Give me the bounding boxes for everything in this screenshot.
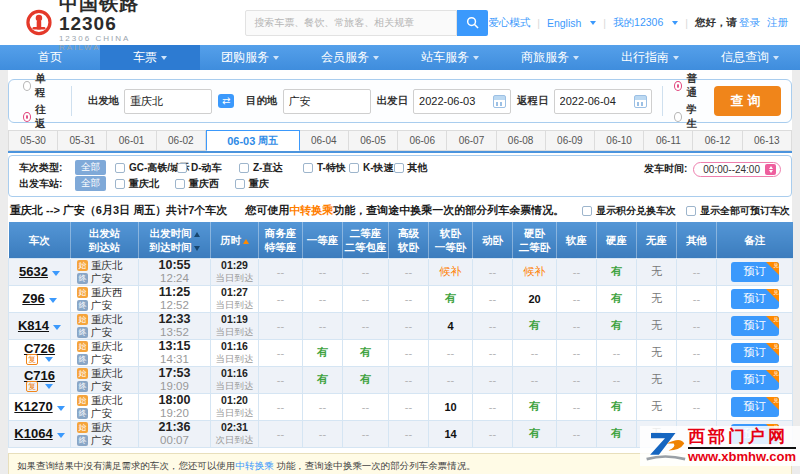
filter-type-T-特快[interactable]: T-特快 (303, 161, 349, 175)
train-type-all-badge[interactable]: 全部 (75, 160, 106, 175)
book-button-label: 预订 (744, 373, 766, 385)
transfer-link[interactable]: 中转换乘 (289, 204, 333, 216)
care-mode-link[interactable]: 爱心模式 (488, 16, 530, 30)
chevron-down-icon[interactable] (57, 406, 65, 411)
filter-station-重庆北[interactable]: 重庆北 (115, 177, 175, 191)
train-number-link[interactable]: Z96 (22, 291, 44, 306)
book-button[interactable]: 兑预订 (731, 262, 779, 282)
date-tab-06-04[interactable]: 06-04 (300, 130, 349, 151)
display-option-显示积分兑换车次[interactable]: 显示积分兑换车次 (582, 204, 676, 218)
date-tab-06-10[interactable]: 06-10 (595, 130, 644, 151)
column-header-硬座[interactable]: 硬座 (597, 222, 637, 258)
date-tab-06-13[interactable]: 06-13 (743, 130, 792, 151)
column-header-软座[interactable]: 软座 (557, 222, 597, 258)
table-row-5632: 5632始重庆北终广安10:5512:2401:29当日到达--------候补… (9, 258, 793, 285)
date-tab-06-05[interactable]: 06-05 (349, 130, 398, 151)
column-header-硬卧[interactable]: 硬卧二等卧 (513, 222, 557, 258)
trip-round-radio[interactable]: 往返 (23, 103, 51, 131)
book-button[interactable]: 兑预订 (731, 343, 779, 363)
book-button[interactable]: 兑预订 (731, 289, 779, 309)
chevron-down-icon[interactable] (49, 298, 57, 303)
column-header-高级[interactable]: 高级软卧 (389, 222, 429, 258)
column-header-一等座[interactable]: 一等座 (303, 222, 343, 258)
search-input[interactable] (245, 10, 457, 36)
from-station-input[interactable] (124, 89, 212, 114)
nav-item-商旅服务[interactable]: 商旅服务 (500, 45, 600, 70)
column-header-备注[interactable]: 备注 (717, 222, 793, 258)
train-number-link[interactable]: K814 (18, 318, 49, 333)
nav-item-会员服务[interactable]: 会员服务 (300, 45, 400, 70)
book-button[interactable]: 兑预订 (731, 316, 779, 336)
chevron-down-icon[interactable] (45, 384, 53, 389)
date-tab-06-07[interactable]: 06-07 (447, 130, 496, 151)
nav-item-站车服务[interactable]: 站车服务 (400, 45, 500, 70)
train-number-link[interactable]: K1270 (14, 399, 52, 414)
book-button[interactable]: 兑预订 (731, 370, 779, 390)
chevron-down-icon[interactable] (57, 433, 65, 438)
transfer-link-note[interactable]: 中转换乘 (236, 460, 274, 471)
watermark: 西部门户网 www.xbmhw.com (640, 426, 800, 466)
date-tab-06-06[interactable]: 06-06 (398, 130, 447, 151)
calendar-icon[interactable] (634, 95, 647, 108)
column-header-历时[interactable]: 历时 (211, 222, 259, 258)
column-header-出发时间[interactable]: 出发时间到达时间 (139, 222, 211, 258)
book-button[interactable]: 兑预订 (731, 397, 779, 417)
column-header-出发站[interactable]: 出发站到达站 (71, 222, 139, 258)
nav-item-车票[interactable]: 车票 (100, 45, 200, 70)
date-tab-06-03[interactable]: 06-03周五 (206, 130, 300, 151)
language-link[interactable]: English (547, 17, 581, 29)
date-tab-06-02[interactable]: 06-02 (157, 130, 206, 151)
nav-item-信息查询[interactable]: 信息查询 (700, 45, 800, 70)
search-button[interactable] (457, 10, 488, 36)
chevron-down-icon[interactable] (53, 325, 61, 330)
header-line1: 硬座 (597, 233, 636, 247)
to-station-input[interactable] (283, 89, 371, 114)
query-button[interactable]: 查询 (714, 86, 781, 116)
filter-type-Z-直达[interactable]: Z-直达 (239, 161, 303, 175)
seat-availability: -- (489, 428, 496, 440)
display-option-显示全部可预订车次[interactable]: 显示全部可预订车次 (686, 204, 790, 218)
date-tab-06-08[interactable]: 06-08 (497, 130, 546, 151)
filter-station-重庆[interactable]: 重庆 (235, 177, 295, 191)
depart-station-all-badge[interactable]: 全部 (75, 176, 106, 191)
date-tab-06-09[interactable]: 06-09 (546, 130, 595, 151)
chevron-down-icon (473, 56, 479, 60)
column-header-车次[interactable]: 车次 (9, 222, 71, 258)
trip-oneway-radio[interactable]: 单程 (23, 72, 51, 100)
column-header-软卧[interactable]: 软卧一等卧 (429, 222, 473, 258)
filter-station-重庆西[interactable]: 重庆西 (175, 177, 235, 191)
passenger-student-radio[interactable]: 学生 (674, 103, 702, 131)
chevron-down-icon[interactable] (52, 271, 60, 276)
filter-type-K-快速[interactable]: K-快速 (349, 161, 394, 175)
chevron-down-icon[interactable] (45, 357, 53, 362)
nav-item-出行指南[interactable]: 出行指南 (600, 45, 700, 70)
date-tab-05-31[interactable]: 05-31 (58, 130, 107, 151)
depart-time-select[interactable]: 00:00--24:00 (693, 162, 781, 177)
filter-type-GC-高铁/城际[interactable]: GC-高铁/城际 (115, 161, 177, 175)
nav-item-团购服务[interactable]: 团购服务 (200, 45, 300, 70)
column-header-动卧[interactable]: 动卧 (473, 222, 513, 258)
date-tab-05-30[interactable]: 05-30 (8, 130, 58, 151)
train-number-link[interactable]: K1064 (14, 426, 52, 441)
register-link[interactable]: 注册 (767, 16, 788, 30)
train-results-table: 车次出发站到达站出发时间到达时间历时商务座特等座一等座二等座二等包座高级软卧软卧… (8, 222, 793, 448)
filter-type-D-动车[interactable]: D-动车 (177, 161, 239, 175)
my12306-link[interactable]: 我的12306 (613, 16, 663, 30)
end-station-icon: 终 (77, 381, 88, 392)
logo[interactable]: 中国铁路12306 12306 CHINA RAILWAY (26, 0, 167, 52)
column-header-无座[interactable]: 无座 (637, 222, 677, 258)
column-header-其他[interactable]: 其他 (677, 222, 717, 258)
date-tab-06-12[interactable]: 06-12 (693, 130, 742, 151)
date-tab-06-01[interactable]: 06-01 (107, 130, 156, 151)
passenger-normal-radio[interactable]: 普通 (674, 72, 702, 100)
calendar-icon[interactable] (493, 95, 506, 108)
train-number-link[interactable]: 5632 (19, 264, 48, 279)
login-link[interactable]: 登录 (739, 16, 760, 30)
column-header-二等座[interactable]: 二等座二等包座 (343, 222, 389, 258)
end-station-icon: 终 (77, 435, 88, 446)
nav-item-首页[interactable]: 首页 (0, 45, 100, 70)
column-header-商务座[interactable]: 商务座特等座 (259, 222, 303, 258)
date-tab-06-11[interactable]: 06-11 (644, 130, 693, 151)
filter-type-其他[interactable]: 其他 (394, 161, 428, 175)
swap-stations-icon[interactable]: ⇄ (218, 94, 234, 108)
